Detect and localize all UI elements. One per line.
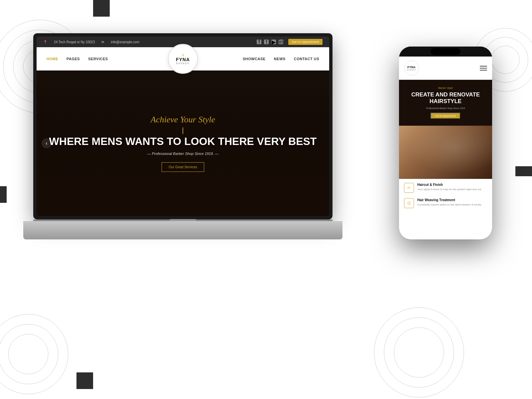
svg-point-12 <box>394 328 444 377</box>
logo-crown-icon: ♔ <box>182 53 185 57</box>
service-item-1: ✂ Haircut & Finish Your stylist is there… <box>404 183 487 193</box>
prev-arrow[interactable]: ‹ <box>42 138 52 148</box>
laptop-screen-inner: 📍 24 Tech Roqad st Ny 10023 ✉ info@examp… <box>37 37 329 216</box>
youtube-icon[interactable]: ▶ <box>271 40 276 44</box>
weaving-icon: ⌬ <box>407 201 411 205</box>
phone-hero-title: CREATE AND RENOVATE HAIRSTYLE <box>404 91 487 105</box>
phone-hero-subtitle: Professional Barber Shop Since 1919 <box>426 107 465 109</box>
laptop-body: 📍 24 Tech Roqad st Ny 10023 ✉ info@examp… <box>33 33 332 239</box>
hero-section: ‹ Achieve Your Style WHERE MENS WANTS TO… <box>37 70 329 216</box>
decor-square-1 <box>93 0 110 17</box>
linkedin-icon[interactable]: in <box>279 40 283 44</box>
decor-square-2 <box>0 186 7 203</box>
phone-appointment-button[interactable]: Get An Appointment <box>431 113 461 119</box>
hero-content: Achieve Your Style WHERE MENS WANTS TO L… <box>49 115 317 172</box>
service-text-weaving: Hair Weaving Treatment Constantly traine… <box>417 198 487 206</box>
navbar: HOME PAGES SERVICES ♔ FYNA BARBER <box>37 47 329 70</box>
topbar-right: f t ▶ in Get An Appointment! <box>257 39 323 45</box>
service-desc-2: Constantly trained stylist on the latest… <box>417 203 487 206</box>
svg-point-10 <box>374 308 464 397</box>
service-desc-1: Your stylist is there to help for the pe… <box>417 188 487 191</box>
haircut-icon: ✂ <box>407 186 411 190</box>
service-text-haircut: Haircut & Finish Your stylist is there t… <box>417 183 487 191</box>
email-icon: ✉ <box>101 40 104 44</box>
hamburger-line-3 <box>480 70 487 70</box>
phone-navbar: FYNA BARBER <box>399 57 492 80</box>
service-icon-haircut: ✂ <box>404 183 414 193</box>
hamburger-menu[interactable] <box>480 66 487 70</box>
hero-script-text: Achieve Your Style <box>49 115 317 125</box>
laptop-base <box>23 221 342 239</box>
phone-logo-barber-text: BARBER <box>407 69 416 71</box>
phone-notch-pill <box>431 48 461 55</box>
nav-services[interactable]: SERVICES <box>88 57 108 61</box>
facebook-icon[interactable]: f <box>257 40 261 44</box>
navbar-logo[interactable]: ♔ FYNA BARBER <box>168 44 198 74</box>
phone-body: FYNA BARBER Barber Style CREATE AND RENO… <box>399 47 492 239</box>
laptop-screen-outer: 📍 24 Tech Roqad st Ny 10023 ✉ info@examp… <box>33 33 332 219</box>
address-icon: 📍 <box>43 40 47 44</box>
twitter-icon[interactable]: t <box>264 40 269 44</box>
hamburger-line-2 <box>480 68 487 68</box>
service-title-1: Haircut & Finish <box>417 183 487 187</box>
phone-logo[interactable]: FYNA BARBER <box>404 61 419 75</box>
address-text: 24 Tech Roqad st Ny 10023 <box>54 40 95 44</box>
service-icon-weaving: ⌬ <box>404 198 414 208</box>
topbar-left: 📍 24 Tech Roqad st Ny 10023 ✉ info@examp… <box>43 40 139 44</box>
nav-home[interactable]: HOME <box>47 57 58 61</box>
svg-point-11 <box>384 318 454 387</box>
svg-point-5 <box>0 324 58 384</box>
logo-fyna-text: FYNA <box>176 57 190 62</box>
nav-pages[interactable]: PAGES <box>66 57 80 61</box>
logo-barber-text: BARBER <box>176 62 190 65</box>
nav-showcase[interactable]: SHOWCASE <box>243 57 266 61</box>
laptop-mockup: 📍 24 Tech Roqad st Ny 10023 ✉ info@examp… <box>33 33 332 239</box>
svg-point-4 <box>0 314 68 394</box>
phone-mockup: FYNA BARBER Barber Style CREATE AND RENO… <box>399 47 492 239</box>
social-icons: f t ▶ in <box>257 40 283 44</box>
email-text: info@example.com <box>111 40 139 44</box>
nav-right: SHOWCASE NEWS CONTACT US <box>243 57 319 61</box>
circles-bottom-left <box>0 313 70 396</box>
hero-divider <box>183 127 183 134</box>
phone-logo-fyna-text: FYNA <box>407 66 416 69</box>
service-title-2: Hair Weaving Treatment <box>417 198 487 202</box>
hamburger-line-1 <box>480 66 487 66</box>
appointment-button[interactable]: Get An Appointment! <box>288 39 323 45</box>
phone-notch-bar <box>399 47 492 57</box>
nav-news[interactable]: NEWS <box>274 57 286 61</box>
phone-hero: Barber Style CREATE AND RENOVATE HAIRSTY… <box>399 80 492 126</box>
nav-contact[interactable]: CONTACT US <box>294 57 319 61</box>
phone-services-section: ✂ Haircut & Finish Your stylist is there… <box>399 179 492 239</box>
nav-left: HOME PAGES SERVICES <box>47 57 108 61</box>
circles-bottom-right <box>372 306 466 399</box>
phone-barber-image <box>399 126 492 179</box>
phone-hero-label: Barber Style <box>438 86 453 89</box>
hero-subtitle: — Professional Barber Shop Since 1919. — <box>49 152 317 156</box>
barber-image-simulation <box>399 126 492 179</box>
hero-cta-button[interactable]: Our Great Services <box>162 162 204 172</box>
svg-point-6 <box>8 334 48 374</box>
decor-square-4 <box>76 372 93 389</box>
website-content: 📍 24 Tech Roqad st Ny 10023 ✉ info@examp… <box>37 37 329 216</box>
svg-point-9 <box>491 46 519 74</box>
page-scene: 📍 24 Tech Roqad st Ny 10023 ✉ info@examp… <box>0 0 532 399</box>
hero-main-title: WHERE MENS WANTS TO LOOK THERE VERY BEST <box>49 136 317 147</box>
service-item-2: ⌬ Hair Weaving Treatment Constantly trai… <box>404 198 487 208</box>
phone-screen: FYNA BARBER Barber Style CREATE AND RENO… <box>399 57 492 239</box>
decor-square-3 <box>515 166 532 176</box>
